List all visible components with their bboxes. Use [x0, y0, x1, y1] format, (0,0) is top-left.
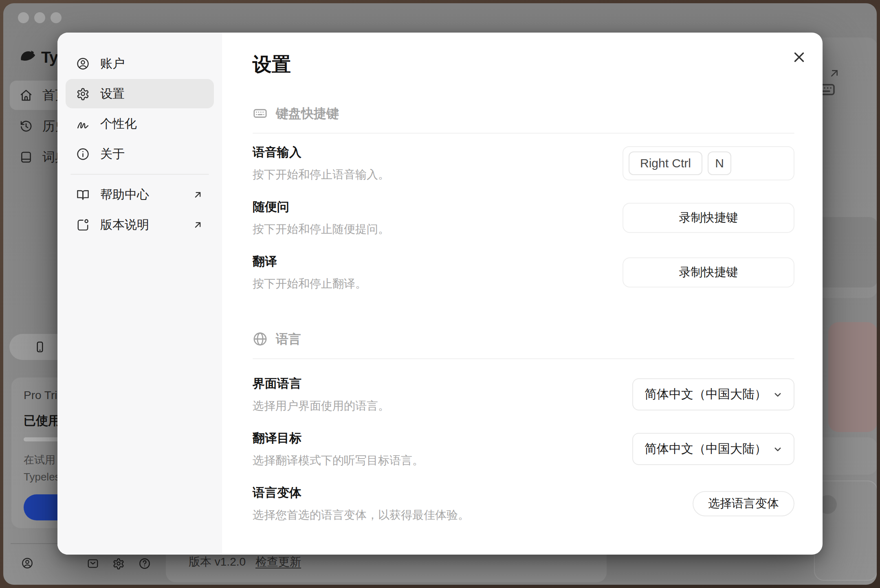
record-shortcut-button[interactable]: 录制快捷键 — [623, 257, 794, 287]
setting-description: 按下开始和停止翻译。 — [253, 276, 367, 292]
choose-language-variant-button[interactable]: 选择语言变体 — [693, 491, 794, 516]
gear-icon — [112, 557, 125, 570]
external-link-icon — [192, 219, 203, 230]
setting-title: 随便问 — [253, 199, 389, 215]
settings-content: 设置 键盘快捷键 语音输入 按下开始和停止语音输入。 Right Ctrl N … — [222, 33, 823, 555]
close-icon — [792, 50, 807, 65]
close-button[interactable] — [788, 46, 810, 68]
sidebar-item-personalization[interactable]: 个性化 — [66, 109, 214, 138]
typeless-logo-icon — [18, 48, 37, 67]
key-badge: Right Ctrl — [629, 151, 702, 175]
home-icon — [20, 89, 33, 102]
settings-sidebar: 账户 设置 个性化 关于 帮助中心 版本说明 — [57, 33, 222, 555]
voice-input-shortcut-field[interactable]: Right Ctrl N — [623, 146, 794, 180]
background-pink-card — [828, 322, 877, 432]
zoom-traffic-light — [51, 12, 62, 23]
version-label: 版本 v1.2.0 — [189, 554, 246, 570]
sidebar-item-help-center[interactable]: 帮助中心 — [66, 180, 214, 209]
chevron-down-icon — [772, 388, 784, 401]
setting-title: 语言变体 — [253, 485, 469, 501]
setting-row-text: 语言变体 选择您首选的语言变体，以获得最佳体验。 — [253, 485, 469, 523]
traffic-lights — [18, 12, 62, 23]
settings-dialog: 账户 设置 个性化 关于 帮助中心 版本说明 设置 — [57, 33, 823, 555]
setting-row-text: 翻译 按下开始和停止翻译。 — [253, 253, 367, 292]
sidebar-item-settings[interactable]: 设置 — [66, 79, 214, 108]
setting-row-text: 语音输入 按下开始和停止语音输入。 — [253, 144, 389, 182]
user-circle-icon — [76, 57, 90, 70]
setting-row-translation-target: 翻译目标 选择翻译模式下的听写目标语言。 简体中文（中国大陆） — [253, 430, 794, 468]
sidebar-item-label: 版本说明 — [100, 217, 149, 233]
close-traffic-light — [18, 12, 29, 23]
setting-title: 界面语言 — [253, 375, 389, 392]
check-update-link: 检查更新 — [255, 554, 301, 570]
setting-description: 按下开始和停止随便提问。 — [253, 222, 389, 237]
keyboard-icon — [253, 106, 268, 121]
sidebar-item-release-notes[interactable]: 版本说明 — [66, 210, 214, 239]
translation-target-select[interactable]: 简体中文（中国大陆） — [632, 433, 794, 465]
setting-description: 按下开始和停止语音输入。 — [253, 167, 389, 182]
pen-scribble-icon — [76, 117, 90, 131]
book-icon — [20, 151, 33, 164]
setting-description: 选择您首选的语言变体，以获得最佳体验。 — [253, 507, 469, 523]
help-icon — [139, 557, 151, 570]
section-header-shortcuts: 键盘快捷键 — [253, 105, 794, 122]
setting-row-text: 翻译目标 选择翻译模式下的听写目标语言。 — [253, 430, 424, 468]
section-title: 键盘快捷键 — [276, 105, 339, 122]
setting-row-text: 界面语言 选择用户界面使用的语言。 — [253, 375, 389, 414]
section-header-language: 语言 — [253, 331, 794, 348]
screen: { "background": { "logo_text": "Typ", "n… — [0, 0, 880, 588]
info-icon — [76, 147, 90, 161]
select-value: 简体中文（中国大陆） — [645, 441, 767, 457]
select-value: 简体中文（中国大陆） — [645, 386, 767, 403]
gear-icon — [76, 87, 90, 101]
sidebar-divider — [70, 174, 209, 175]
section-divider — [253, 133, 794, 134]
setting-title: 语音输入 — [253, 144, 389, 161]
external-link-icon — [192, 189, 203, 200]
page-title: 设置 — [253, 54, 794, 75]
globe-icon — [253, 331, 268, 347]
setting-row-language-variant: 语言变体 选择您首选的语言变体，以获得最佳体验。 选择语言变体 — [253, 485, 794, 523]
minimize-traffic-light — [34, 12, 45, 23]
setting-description: 选择用户界面使用的语言。 — [253, 398, 389, 414]
sidebar-item-label: 设置 — [100, 86, 125, 102]
setting-row-translate: 翻译 按下开始和停止翻译。 录制快捷键 — [253, 253, 794, 292]
setting-title: 翻译目标 — [253, 430, 424, 447]
mail-icon — [87, 557, 99, 570]
phone-icon — [34, 341, 46, 353]
setting-row-voice-input: 语音输入 按下开始和停止语音输入。 Right Ctrl N — [253, 144, 794, 182]
record-shortcut-button[interactable]: 录制快捷键 — [623, 203, 794, 233]
sidebar-item-account[interactable]: 账户 — [66, 49, 214, 78]
account-icon — [21, 557, 33, 569]
setting-row-interface-language: 界面语言 选择用户界面使用的语言。 简体中文（中国大陆） — [253, 375, 794, 414]
sidebar-item-label: 关于 — [100, 146, 125, 162]
release-notes-icon — [76, 218, 90, 232]
sidebar-item-label: 账户 — [100, 55, 125, 72]
sidebar-item-label: 个性化 — [100, 116, 137, 132]
setting-row-ask-anything: 随便问 按下开始和停止随便提问。 录制快捷键 — [253, 199, 794, 237]
book-open-icon — [76, 188, 90, 202]
interface-language-select[interactable]: 简体中文（中国大陆） — [632, 378, 794, 410]
section-title: 语言 — [276, 331, 301, 348]
chevron-down-icon — [772, 443, 784, 455]
arrow-up-right-icon — [828, 67, 841, 80]
history-icon — [20, 120, 33, 133]
setting-row-text: 随便问 按下开始和停止随便提问。 — [253, 199, 389, 237]
sidebar-item-about[interactable]: 关于 — [66, 139, 214, 169]
sidebar-item-label: 帮助中心 — [100, 186, 149, 203]
background-right-card-mid — [814, 437, 877, 475]
key-badge: N — [708, 151, 731, 175]
setting-description: 选择翻译模式下的听写目标语言。 — [253, 453, 424, 468]
sidebar-bottom-divider — [11, 543, 58, 544]
section-divider — [253, 358, 794, 359]
setting-title: 翻译 — [253, 253, 367, 270]
